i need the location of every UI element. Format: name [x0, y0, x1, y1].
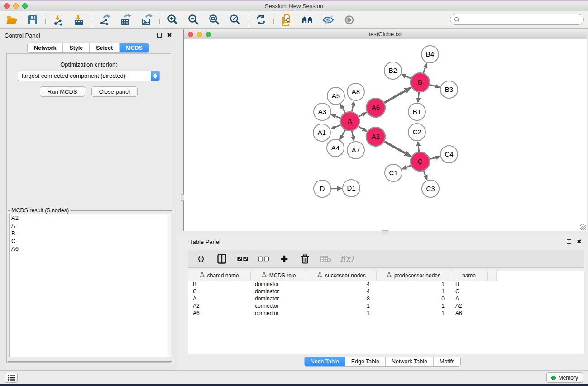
- graph-node-label: B3: [445, 86, 453, 93]
- close-panel-icon[interactable]: ✖: [167, 33, 172, 38]
- tab-motifs[interactable]: Motifs: [434, 357, 460, 366]
- save-session-icon[interactable]: [26, 14, 39, 26]
- table-toolbar: ⚙ ✚ f(x): [188, 250, 584, 268]
- close-table-panel-icon[interactable]: ✖: [577, 239, 582, 244]
- mcds-result-item[interactable]: C: [10, 237, 168, 245]
- float-panel-icon[interactable]: [157, 33, 162, 38]
- graph-edge-B-B4[interactable]: [423, 67, 425, 73]
- toolbar-separator: [45, 14, 46, 26]
- graph-edge-C-C4[interactable]: [430, 158, 435, 159]
- horizontal-splitter-handle[interactable]: [382, 230, 388, 234]
- tab-network-table[interactable]: Network Table: [386, 357, 434, 366]
- memory-status-dot-icon: [551, 376, 556, 380]
- table-row[interactable]: Adominator80A: [188, 295, 496, 302]
- tab-select[interactable]: Select: [90, 43, 120, 52]
- tab-node-table[interactable]: Node Table: [305, 357, 345, 366]
- memory-button[interactable]: Memory: [546, 372, 583, 383]
- graph-node-label: A5: [332, 92, 340, 100]
- graph-edge-B-B2[interactable]: [406, 76, 411, 78]
- graph-edge-A-A6[interactable]: [359, 114, 362, 116]
- zoom-in-icon[interactable]: [166, 14, 179, 26]
- mcds-result-list[interactable]: A2ABCA6: [9, 214, 168, 357]
- tab-mcds[interactable]: MCDS: [120, 43, 149, 52]
- table-settings-gear-icon[interactable]: ⚙: [196, 253, 206, 264]
- zoom-out-icon[interactable]: [187, 14, 200, 26]
- import-network-icon[interactable]: [52, 14, 65, 26]
- search-icon: [454, 17, 460, 23]
- mcds-result-item[interactable]: A: [10, 222, 168, 229]
- graph-node-label: B1: [413, 108, 421, 115]
- column-header[interactable]: name: [451, 271, 487, 281]
- import-table-icon[interactable]: [73, 14, 86, 26]
- graph-edge-A6-B[interactable]: [384, 91, 406, 103]
- table-row[interactable]: A2connector11A2: [188, 302, 496, 310]
- graph-edge-A-A7[interactable]: [352, 131, 353, 137]
- tab-network[interactable]: Network: [28, 43, 63, 52]
- show-columns-icon[interactable]: [216, 253, 227, 264]
- column-header[interactable]: successor nodes: [307, 271, 376, 281]
- mcds-result-item[interactable]: B: [10, 229, 168, 237]
- graph-edge-A-A2[interactable]: [359, 126, 363, 129]
- column-header[interactable]: predecessor nodes: [376, 271, 451, 281]
- clone-network-icon[interactable]: [280, 14, 293, 26]
- column-header[interactable]: shared name: [188, 271, 250, 281]
- result-list-scrollbar[interactable]: [167, 214, 171, 357]
- column-header[interactable]: MCDS role: [250, 271, 307, 281]
- graph-node-label: D1: [347, 184, 355, 192]
- graph-edge-A2-C[interactable]: [384, 142, 406, 153]
- graph-edge-C-C1[interactable]: [406, 166, 411, 167]
- graph-edge-B-B3[interactable]: [430, 85, 435, 86]
- mcds-result-item[interactable]: A2: [10, 214, 168, 222]
- export-network-icon[interactable]: [99, 14, 111, 26]
- home-view-icon[interactable]: [301, 14, 314, 26]
- network-graph[interactable]: B4B2BB3A8A5A6A3B1AA1C2A2A4A7C4CC1C3DD1: [184, 39, 587, 231]
- unselect-all-columns-icon[interactable]: [258, 253, 269, 264]
- function-builder-icon: f(x): [341, 253, 352, 264]
- export-table-icon[interactable]: [120, 14, 132, 26]
- create-column-plus-icon[interactable]: ✚: [279, 253, 290, 264]
- select-all-columns-icon[interactable]: [237, 253, 248, 264]
- column-type-icon: [262, 272, 267, 279]
- close-panel-button[interactable]: Close panel: [91, 86, 138, 97]
- zoom-selected-icon[interactable]: [229, 14, 241, 26]
- node-table: shared nameMCDS rolesuccessor nodesprede…: [188, 271, 584, 354]
- graph-edge-A-A5[interactable]: [343, 108, 345, 113]
- export-image-icon[interactable]: [140, 14, 153, 26]
- table-panel-tabbar: Node Table Edge Table Network Table Moti…: [304, 357, 461, 367]
- control-panel-title: Control Panel: [5, 32, 40, 39]
- hide-panels-eye-slash-icon[interactable]: [322, 14, 335, 26]
- status-bar: Memory: [0, 370, 588, 384]
- window-resize-grip[interactable]: [580, 224, 586, 230]
- apply-layout-icon[interactable]: [254, 14, 267, 26]
- table-row[interactable]: Bdominator41B: [188, 281, 496, 288]
- network-view-window: testGlobe.txt B4B2BB3A8A5A6A3B1AA1C2A2A4…: [183, 29, 587, 231]
- graph-edge-A-A4[interactable]: [342, 130, 345, 135]
- table-row[interactable]: A6connector11A6: [188, 310, 496, 317]
- graph-edge-A-A8[interactable]: [352, 105, 353, 111]
- graph-edge-A-A3[interactable]: [335, 116, 340, 118]
- open-session-icon[interactable]: [5, 14, 18, 26]
- graph-node-label: A: [348, 117, 352, 125]
- network-canvas[interactable]: B4B2BB3A8A5A6A3B1AA1C2A2A4A7C4CC1C3DD1: [184, 39, 587, 231]
- graph-edge-C-C2[interactable]: [418, 146, 419, 152]
- graph-edge-A-A1[interactable]: [335, 125, 341, 127]
- tab-style[interactable]: Style: [63, 43, 90, 52]
- graph-edge-C-C3[interactable]: [424, 171, 425, 176]
- show-panels-list-button[interactable]: [5, 373, 18, 383]
- vertical-splitter-handle[interactable]: [181, 194, 184, 201]
- search-input[interactable]: [460, 15, 583, 24]
- memory-label: Memory: [559, 375, 578, 381]
- run-mcds-button[interactable]: Run MCDS: [40, 86, 85, 97]
- tab-edge-table[interactable]: Edge Table: [345, 357, 386, 366]
- delete-column-trash-icon[interactable]: [300, 253, 311, 264]
- zoom-fit-icon[interactable]: [208, 14, 220, 26]
- graph-node-label: B4: [426, 50, 434, 58]
- table-row[interactable]: Cdominator41C: [188, 288, 496, 295]
- optimization-criterion-select[interactable]: largest connected component (directed): [18, 71, 160, 81]
- search-field[interactable]: [450, 14, 584, 25]
- network-window-titlebar[interactable]: testGlobe.txt: [184, 29, 587, 39]
- float-table-panel-icon[interactable]: [567, 239, 571, 244]
- show-eye-icon[interactable]: [343, 14, 355, 26]
- graph-edge-B-B1[interactable]: [418, 92, 419, 98]
- mcds-result-item[interactable]: A6: [10, 245, 168, 253]
